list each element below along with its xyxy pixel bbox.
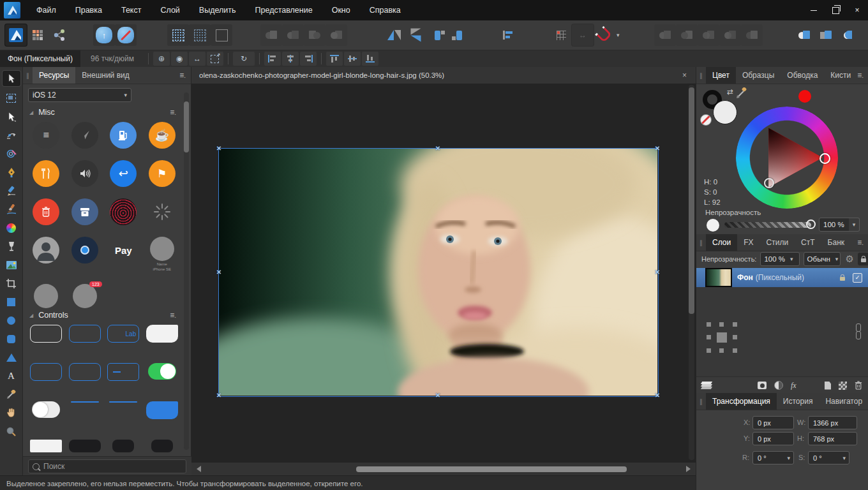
hue-selector[interactable] — [819, 153, 830, 164]
node-tool[interactable] — [3, 110, 20, 123]
section-controls-header[interactable]: ◢ Controls ≡. — [23, 308, 181, 322]
tab-styles[interactable]: Стили — [760, 234, 795, 251]
control-popover-blue[interactable] — [146, 401, 178, 419]
asset-coffee[interactable]: ☕ — [149, 122, 176, 149]
opacity-value-field[interactable]: 100 % — [819, 218, 853, 232]
swap-colors-icon[interactable]: ⇄ — [727, 87, 733, 96]
export-persona-button[interactable] — [49, 24, 70, 46]
selection-handle-tr[interactable]: ✕ — [655, 145, 660, 152]
show-grid-button[interactable] — [550, 24, 572, 46]
asset-navigation[interactable] — [71, 122, 98, 149]
insert-inside-button[interactable]: ↑ — [93, 24, 115, 46]
color-picker-tool[interactable] — [3, 388, 20, 401]
horizontal-scroll-thumb[interactable] — [356, 466, 627, 472]
asset-scope[interactable] — [71, 237, 98, 264]
guides-button[interactable] — [211, 24, 232, 46]
control-button-label[interactable]: Lab — [107, 325, 139, 343]
tab-color[interactable]: Цвет — [706, 67, 736, 84]
fill-color-well[interactable] — [713, 100, 737, 124]
picked-color-swatch[interactable] — [798, 90, 811, 103]
panel-grip-icon[interactable]: ∥ — [696, 398, 706, 405]
scroll-right-icon[interactable] — [686, 466, 691, 472]
selection-handle-tl[interactable]: ✕ — [216, 145, 221, 152]
vector-crop-tool[interactable] — [3, 277, 20, 290]
menu-help[interactable]: Справка — [360, 0, 410, 20]
opacity-slider[interactable] — [724, 222, 811, 228]
mask-layer-icon[interactable] — [758, 382, 767, 389]
control-keyboard[interactable] — [30, 440, 62, 452]
gear-icon[interactable]: ⚙ — [846, 253, 854, 265]
tab-layers[interactable]: Слои — [706, 234, 737, 251]
photo-layer[interactable] — [219, 149, 657, 396]
panel-menu-button[interactable]: ≡. — [857, 238, 868, 247]
tab-appearance[interactable]: Внешний вид — [75, 67, 135, 84]
anchor-point-selector[interactable] — [707, 322, 737, 353]
menu-select[interactable]: Выделить — [190, 0, 246, 20]
layers-opacity-select[interactable]: 100 %▾ — [760, 252, 799, 266]
sl-selector[interactable] — [764, 178, 774, 188]
rotation-mode-button[interactable]: ↻ — [233, 52, 255, 66]
layer-thumbnail[interactable] — [705, 268, 732, 287]
ellipse-tool[interactable] — [3, 314, 20, 327]
selection-handle-mr[interactable]: ✕ — [655, 269, 660, 276]
asset-device-se[interactable]: Name iPhone SE — [150, 237, 174, 272]
margins-button[interactable] — [167, 24, 189, 46]
tab-history[interactable]: История — [777, 393, 819, 410]
align-bottom-button[interactable] — [362, 52, 378, 66]
move-tool[interactable] — [3, 71, 20, 86]
close-button[interactable]: × — [846, 0, 868, 20]
selection-handle-br[interactable]: ✕ — [655, 392, 660, 399]
panel-grip-icon[interactable]: ∥ — [696, 239, 706, 246]
assets-scroll-thumb[interactable] — [184, 101, 189, 152]
asset-apple-pay[interactable]: Pay — [110, 237, 137, 264]
layer-row-background[interactable]: Фон (Пиксельный) ✓ — [696, 268, 868, 287]
new-pixel-layer-icon[interactable] — [839, 382, 847, 390]
insert-exclude-button[interactable] — [115, 24, 137, 46]
assets-scrollbar[interactable] — [184, 93, 189, 450]
asset-person[interactable] — [33, 237, 59, 264]
asset-fingerprint[interactable] — [110, 198, 137, 225]
s-select[interactable]: 0 °▾ — [808, 451, 849, 464]
rounded-rectangle-tool[interactable] — [3, 332, 20, 345]
restore-button[interactable] — [825, 0, 846, 20]
menu-view[interactable]: Представление — [246, 0, 322, 20]
point-transform-tool[interactable] — [3, 129, 20, 142]
panel-grip-icon[interactable]: ∥ — [23, 72, 33, 79]
alignment-button[interactable] — [498, 24, 520, 46]
align-right-button[interactable] — [300, 52, 317, 66]
search-input[interactable] — [42, 461, 172, 471]
panel-menu-button[interactable]: ≡. — [179, 71, 191, 80]
document-tab-title[interactable]: olena-zaskochenko-photographer-model-gir… — [191, 71, 444, 79]
opacity-caret-button[interactable]: ▾ — [849, 218, 860, 232]
cycle-selection-button[interactable]: ⊕ — [153, 52, 170, 66]
canvas-viewport[interactable]: ✕ ✕ ✕ ✕ ✕ ✕ ✕ ✕ — [191, 84, 687, 463]
show-selection-button[interactable]: ◉ — [171, 52, 188, 66]
control-dark-button1[interactable] — [69, 440, 101, 452]
control-button-blue2[interactable] — [30, 363, 62, 381]
asset-archive[interactable] — [71, 198, 98, 225]
opacity-swatch[interactable] — [707, 219, 719, 232]
selection-handle-tm[interactable]: ✕ — [435, 145, 440, 152]
geometry-op1-button[interactable] — [793, 24, 815, 46]
menu-text[interactable]: Текст — [112, 0, 151, 20]
tab-fx[interactable]: FX — [737, 234, 760, 251]
panel-grip-icon[interactable]: ∥ — [696, 72, 706, 79]
triangle-tool[interactable] — [3, 351, 20, 364]
control-toggle-off[interactable] — [32, 401, 60, 418]
document-close-icon[interactable]: × — [682, 71, 687, 80]
section-menu-button[interactable]: ≡. — [170, 311, 181, 320]
r-select[interactable]: 0 °▾ — [752, 451, 794, 464]
flip-horizontal-button[interactable] — [383, 24, 405, 46]
tab-brushes[interactable]: Кисти — [824, 67, 857, 84]
adjustment-layer-icon[interactable] — [774, 381, 783, 390]
tab-resources[interactable]: Ресурсы — [33, 67, 75, 84]
layer-lock-icon[interactable] — [840, 274, 845, 281]
align-center-button[interactable] — [282, 52, 299, 66]
menu-edit[interactable]: Правка — [66, 0, 112, 20]
control-toggle-on[interactable] — [148, 363, 176, 380]
asset-flag[interactable]: ⚑ — [149, 160, 176, 187]
transform-objects-button[interactable]: ↔ — [189, 52, 206, 66]
control-dark-button3[interactable] — [151, 440, 173, 452]
asset-fuel[interactable] — [110, 122, 137, 149]
menu-layer[interactable]: Слой — [151, 0, 189, 20]
